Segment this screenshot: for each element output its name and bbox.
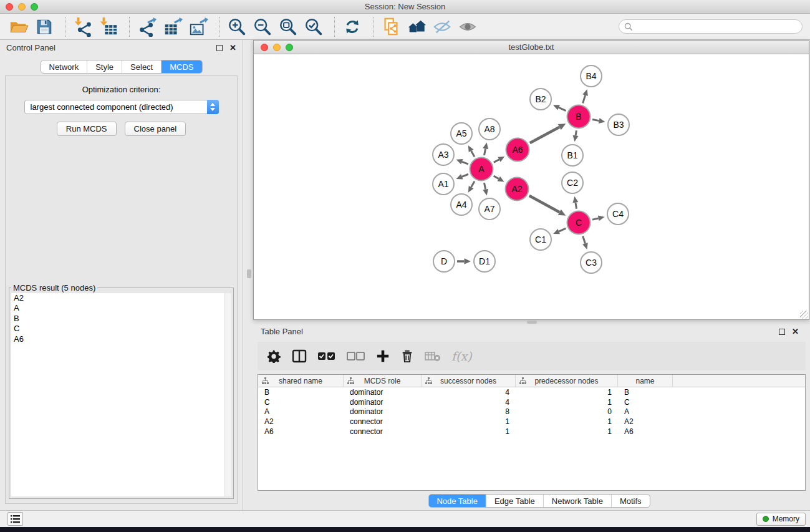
column-header-predecessor-nodes[interactable]: predecessor nodes: [516, 375, 618, 387]
zoom-out-button[interactable]: [251, 16, 274, 38]
mcds-result-item[interactable]: B: [11, 314, 231, 324]
open-session-button[interactable]: [7, 16, 30, 38]
graph-node-b4[interactable]: B4: [581, 65, 602, 87]
search-input[interactable]: [636, 22, 795, 31]
mcds-result-list: A2ABCA6: [11, 293, 231, 496]
mcds-result-item[interactable]: A2: [11, 293, 231, 303]
graph-node-a8[interactable]: A8: [479, 118, 500, 140]
graph-node-label: C: [576, 218, 582, 228]
hide-details-icon: [432, 17, 452, 37]
tab-network-table[interactable]: Network Table: [543, 495, 611, 507]
refresh-button[interactable]: [341, 16, 364, 38]
tab-edge-table[interactable]: Edge Table: [486, 495, 543, 507]
graph-node-c2[interactable]: C2: [562, 172, 583, 193]
graph-node-d1[interactable]: D1: [474, 251, 495, 272]
column-header-successor-nodes[interactable]: successor nodes: [422, 375, 516, 387]
delete-icon: [400, 349, 414, 363]
export-image-button[interactable]: [187, 16, 210, 38]
criterion-select[interactable]: largest connected component (directed): [24, 100, 219, 114]
column-header-name[interactable]: name: [618, 375, 673, 387]
zoom-selected-icon: [304, 17, 324, 37]
mcds-result-title: MCDS result (5 nodes): [11, 283, 97, 293]
table-row[interactable]: A6connector11A6: [258, 427, 805, 437]
graph-node-a3[interactable]: A3: [433, 144, 454, 165]
tab-network[interactable]: Network: [41, 60, 87, 73]
resize-grip-icon[interactable]: [800, 311, 808, 319]
graph-node-a2[interactable]: A2: [506, 178, 529, 201]
graph-node-b[interactable]: B: [567, 105, 591, 128]
tab-motifs[interactable]: Motifs: [611, 495, 650, 507]
graph-node-a7[interactable]: A7: [479, 198, 500, 220]
vertical-scrollbar-thumb[interactable]: [247, 269, 251, 278]
run-mcds-button[interactable]: Run MCDS: [57, 122, 117, 136]
show-details-button[interactable]: [456, 16, 479, 38]
graph-node-b2[interactable]: B2: [530, 89, 551, 110]
column-header-shared-name[interactable]: shared name: [258, 375, 344, 387]
delete-table-button[interactable]: [425, 350, 441, 362]
graph-node-c3[interactable]: C3: [581, 252, 602, 273]
graph-node-a[interactable]: A: [470, 158, 493, 181]
import-network-button[interactable]: [72, 16, 94, 38]
graph-node-b3[interactable]: B3: [608, 114, 629, 135]
close-table-panel-icon[interactable]: ✕: [792, 329, 799, 335]
graph-edge: [456, 174, 468, 179]
table-row[interactable]: Adominator80A: [258, 407, 805, 417]
save-session-button[interactable]: [33, 16, 55, 38]
maximize-network-button[interactable]: [286, 44, 293, 51]
graph-node-c1[interactable]: C1: [530, 229, 551, 250]
gear-button[interactable]: [268, 349, 281, 363]
minimize-window-button[interactable]: [18, 3, 26, 11]
close-panel-icon[interactable]: ✕: [229, 45, 236, 51]
home-button[interactable]: [405, 16, 428, 38]
deselect-all-button[interactable]: [347, 351, 365, 361]
table-cell: A2: [258, 417, 344, 426]
zoom-in-button[interactable]: [226, 16, 248, 38]
refresh-icon: [343, 17, 362, 36]
hide-details-button[interactable]: [431, 16, 453, 38]
network-canvas[interactable]: AA1A2A3A4A5A6A7A8BB1B2B3B4CC1C2C3C4DD1: [254, 55, 809, 319]
tab-style[interactable]: Style: [87, 60, 122, 73]
graph-node-label: D: [441, 256, 447, 266]
graph-node-a1[interactable]: A1: [433, 173, 454, 195]
result-scrollbar[interactable]: [224, 293, 231, 496]
tab-node-table[interactable]: Node Table: [428, 495, 486, 507]
column-chooser-button[interactable]: [292, 349, 307, 364]
graph-node-a4[interactable]: A4: [451, 194, 472, 215]
float-table-panel-icon[interactable]: [779, 329, 785, 335]
maximize-window-button[interactable]: [31, 3, 38, 11]
close-window-button[interactable]: [6, 3, 13, 11]
graph-node-c[interactable]: C: [567, 211, 591, 235]
graph-node-a5[interactable]: A5: [451, 123, 472, 144]
zoom-fit-button[interactable]: [277, 16, 299, 38]
table-row[interactable]: Bdominator41B: [258, 387, 805, 397]
import-table-button[interactable]: [97, 16, 120, 38]
mcds-result-item[interactable]: C: [11, 324, 231, 334]
table-row[interactable]: A2connector11A2: [258, 417, 805, 427]
minimize-network-button[interactable]: [273, 44, 281, 51]
column-header-mcds-role[interactable]: MCDS role: [344, 375, 422, 387]
graph-node-c4[interactable]: C4: [607, 203, 629, 225]
graph-node-b1[interactable]: B1: [562, 145, 583, 166]
graph-node-d[interactable]: D: [433, 251, 455, 272]
task-history-button[interactable]: [7, 512, 23, 526]
zoom-selected-button[interactable]: [302, 16, 325, 38]
memory-button[interactable]: Memory: [756, 513, 806, 526]
save-session-icon: [35, 17, 54, 36]
function-builder-button[interactable]: f(x): [451, 349, 472, 363]
tab-select[interactable]: Select: [122, 60, 161, 73]
table-row[interactable]: Cdominator41C: [258, 397, 805, 407]
float-panel-icon[interactable]: [216, 45, 223, 51]
tree-hierarchy-icon: [425, 377, 432, 384]
mcds-result-item[interactable]: A: [11, 303, 231, 313]
close-network-button[interactable]: [261, 44, 268, 51]
close-panel-button[interactable]: Close panel: [125, 122, 186, 136]
add-column-button[interactable]: [376, 349, 390, 363]
export-table-button[interactable]: [162, 16, 184, 38]
graph-node-a6[interactable]: A6: [506, 138, 529, 162]
duplicate-network-button[interactable]: [380, 16, 402, 38]
select-all-button[interactable]: [317, 351, 336, 361]
export-network-button[interactable]: [136, 16, 158, 38]
tab-mcds[interactable]: MCDS: [161, 60, 201, 73]
delete-column-button[interactable]: [400, 349, 414, 363]
mcds-result-item[interactable]: A6: [11, 334, 231, 344]
